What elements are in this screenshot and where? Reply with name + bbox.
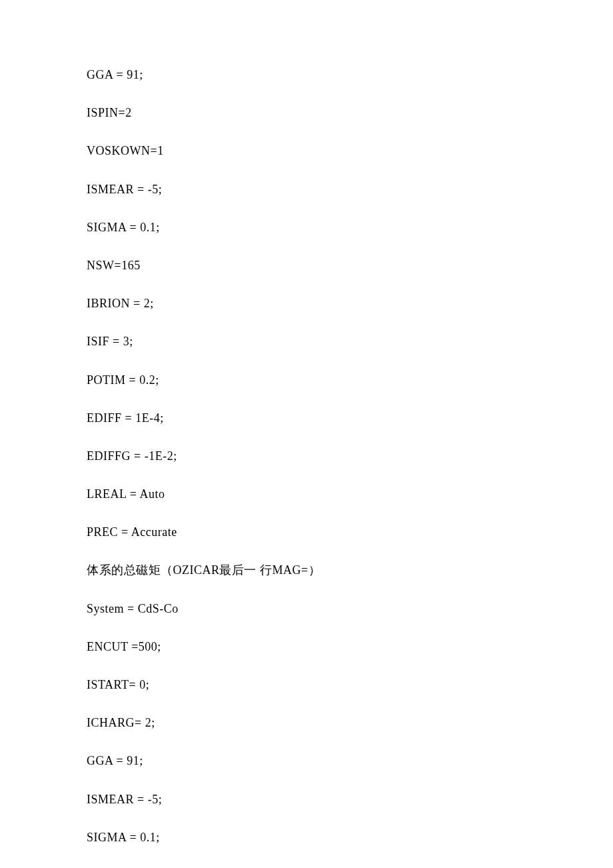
config-line: NSW=165: [87, 257, 526, 274]
config-line: ENCUT =500;: [87, 639, 526, 655]
config-line: ISPIN=2: [87, 105, 526, 121]
config-line: EDIFF = 1E-4;: [87, 410, 526, 427]
config-line: SIGMA = 0.1;: [87, 219, 526, 236]
config-line: ISIF = 3;: [87, 333, 526, 350]
comment-line: 体系的总磁矩（OZICAR最后一 行MAG=）: [87, 562, 526, 579]
config-line: System = CdS-Co: [87, 601, 526, 617]
config-line: ISMEAR = -5;: [87, 791, 526, 808]
config-line: ISMEAR = -5;: [87, 181, 526, 198]
config-line: GGA = 91;: [87, 753, 526, 769]
config-line: VOSKOWN=1: [87, 143, 526, 159]
config-line: POTIM = 0.2;: [87, 372, 526, 389]
config-line: EDIFFG = -1E-2;: [87, 448, 526, 465]
config-line: GGA = 91;: [87, 67, 526, 83]
config-line: LREAL = Auto: [87, 486, 526, 503]
config-line: IBRION = 2;: [87, 295, 526, 312]
config-line: ISTART= 0;: [87, 677, 526, 693]
config-line: SIGMA = 0.1;: [87, 829, 526, 846]
config-line: PREC = Accurate: [87, 524, 526, 541]
config-line: ICHARG= 2;: [87, 715, 526, 731]
